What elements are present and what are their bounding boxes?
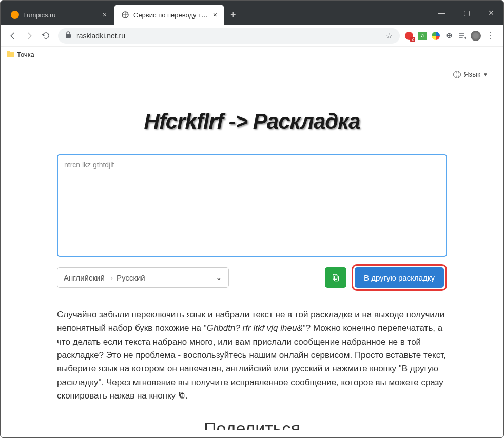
lock-icon	[65, 31, 71, 40]
svg-rect-2	[334, 276, 338, 281]
select-value: Английский → Русский	[64, 273, 145, 282]
tab-raskladki[interactable]: Сервис по переводу текста в др ×	[114, 5, 224, 25]
bookmark-tochka[interactable]: Точка	[7, 51, 34, 58]
star-icon[interactable]: ☆	[386, 32, 393, 40]
text-input[interactable]	[58, 155, 446, 254]
chevron-down-icon: ⌄	[216, 273, 222, 282]
copy-icon-inline	[178, 389, 185, 403]
extension-red-icon[interactable]	[404, 31, 414, 41]
chevron-down-icon: ▼	[483, 72, 488, 77]
extensions-area: ♫	[404, 31, 481, 41]
convert-button[interactable]: В другую раскладку	[355, 267, 444, 288]
svg-rect-1	[66, 34, 71, 38]
reload-button[interactable]	[37, 28, 54, 44]
tab-title: Lumpics.ru	[23, 11, 100, 19]
tab-lumpics[interactable]: Lumpics.ru ×	[4, 5, 114, 25]
language-selector[interactable]: Язык ▼	[453, 70, 488, 78]
main-container: Hfcrkflrf -> Раскладка Английский → Русс…	[57, 63, 447, 437]
address-bar[interactable]: raskladki.net.ru ☆	[58, 28, 400, 44]
copy-button[interactable]	[325, 267, 346, 288]
url-text: raskladki.net.ru	[76, 32, 125, 40]
svg-rect-4	[180, 394, 184, 398]
text-input-wrapper	[57, 154, 447, 257]
controls-row: Английский → Русский ⌄ В другую раскладк…	[57, 264, 447, 291]
reading-list-icon[interactable]	[457, 31, 468, 41]
extension-green-icon[interactable]: ♫	[417, 31, 428, 41]
minimize-button[interactable]: —	[430, 1, 454, 25]
close-icon[interactable]: ×	[103, 11, 107, 19]
language-label: Язык	[463, 70, 480, 78]
browser-toolbar: raskladki.net.ru ☆ ♫ ⋮	[1, 25, 503, 47]
description-text: Случайно забыли переключить язык и набра…	[57, 308, 447, 403]
tab-title: Сервис по переводу текста в др	[133, 11, 210, 19]
tab-strip: Lumpics.ru × Сервис по переводу текста в…	[4, 5, 242, 25]
copy-icon	[332, 273, 340, 282]
bookmarks-bar: Точка	[1, 47, 503, 63]
profile-avatar[interactable]	[471, 31, 481, 41]
new-tab-button[interactable]: +	[224, 5, 242, 25]
highlight-annotation: В другую раскладку	[352, 264, 447, 291]
favicon-raskladki	[121, 11, 129, 19]
extensions-icon[interactable]	[444, 31, 454, 41]
page-content: Язык ▼ Hfcrkflrf -> Раскладка Английский…	[1, 63, 503, 437]
close-button[interactable]: ✕	[479, 1, 503, 25]
bookmark-label: Точка	[17, 51, 34, 58]
close-icon[interactable]: ×	[213, 11, 217, 19]
svg-rect-3	[333, 274, 337, 279]
menu-button[interactable]: ⋮	[481, 31, 499, 41]
back-button[interactable]	[5, 28, 21, 44]
language-direction-select[interactable]: Английский → Русский ⌄	[57, 267, 229, 288]
globe-icon	[453, 71, 461, 78]
share-heading: Поделиться	[57, 419, 447, 430]
forward-button[interactable]	[21, 28, 37, 44]
svg-rect-5	[179, 392, 183, 396]
extension-blue-icon[interactable]	[431, 31, 441, 41]
browser-titlebar: Lumpics.ru × Сервис по переводу текста в…	[1, 1, 503, 25]
window-controls: — ▢ ✕	[430, 1, 503, 25]
favicon-lumpics	[11, 11, 19, 19]
maximize-button[interactable]: ▢	[454, 1, 479, 25]
page-title: Hfcrkflrf -> Раскладка	[57, 109, 447, 134]
folder-icon	[7, 52, 14, 57]
